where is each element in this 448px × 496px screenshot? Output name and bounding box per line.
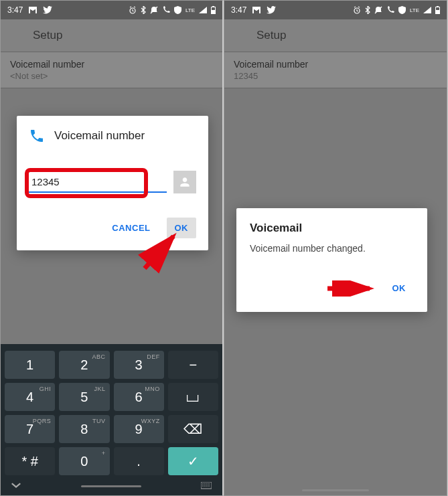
key-3[interactable]: 3DEF [114,351,164,379]
status-time: 3:47 [7,5,23,15]
svg-point-12 [204,485,206,487]
svg-rect-18 [437,6,439,7]
annotation-arrow-ok [324,280,378,297]
phone-screen-left: 3:47 LTE Setup Voicemail number <Not set… [0,0,224,496]
key-.[interactable]: . [114,447,164,475]
bluetooth-icon [141,6,146,14]
svg-point-7 [202,483,204,485]
key-5[interactable]: 5JKL [59,383,109,411]
keyboard-switch-icon[interactable] [201,482,212,490]
keyboard-handle [81,485,141,487]
key-−[interactable]: − [168,351,218,379]
setting-value: <Not set> [10,71,213,81]
voicemail-number-input[interactable] [29,172,167,193]
svg-rect-3 [212,6,214,7]
key-⌫[interactable]: ⌫ [168,415,218,443]
ok-button[interactable]: OK [167,218,197,238]
alarm-icon [353,6,361,14]
ok-button[interactable]: OK [384,278,415,299]
twitter-icon [267,6,276,14]
svg-rect-19 [436,7,439,10]
bluetooth-icon [365,6,370,14]
person-icon [178,175,192,189]
gmail-icon [28,7,38,13]
status-bar: 3:47 LTE [224,1,447,19]
dnd-icon [374,6,382,14]
svg-point-9 [206,483,208,485]
key-2[interactable]: 2ABC [59,351,109,379]
alarm-icon [129,6,137,14]
wifi-calling-icon [162,6,170,14]
battery-icon [211,6,216,14]
svg-rect-4 [212,7,215,10]
svg-point-13 [206,485,208,487]
dialog-title: Voicemail number [54,129,145,143]
phone-icon [29,128,45,144]
svg-point-10 [208,483,210,485]
svg-point-8 [204,483,206,485]
key-✓[interactable]: ✓ [168,447,218,475]
setting-value: 12345 [234,71,437,81]
svg-point-11 [202,485,204,487]
signal-icon [199,7,207,13]
svg-rect-6 [201,482,212,489]
key-4[interactable]: 4GHI [5,383,55,411]
lte-label: LTE [410,7,419,13]
battery-icon [435,6,440,14]
twitter-icon [43,6,52,14]
page-title: Setup [33,29,62,42]
phone-screen-right: 3:47 LTE Setup Voicemail number 12345 Vo… [224,0,447,496]
signal-icon [423,7,431,13]
cancel-button[interactable]: CANCEL [104,218,158,238]
wifi-calling-icon [386,6,394,14]
key-⌴[interactable]: ⌴ [168,383,218,411]
key-0[interactable]: 0+ [59,447,109,475]
key-7[interactable]: 7PQRS [5,415,55,443]
shield-icon [398,6,406,14]
numeric-keyboard: 12ABC3DEF−4GHI5JKL6MNO⌴7PQRS8TUV9WXYZ⌫* … [1,344,222,495]
svg-point-14 [208,485,210,487]
voicemail-number-setting[interactable]: Voicemail number 12345 [224,52,447,88]
app-header: Setup [224,19,447,52]
app-header: Setup [1,19,222,52]
status-bar: 3:47 LTE [1,1,222,19]
pick-contact-button[interactable] [173,171,196,193]
shield-icon [174,6,181,14]
key-6[interactable]: 6MNO [114,383,164,411]
page-title: Setup [256,29,286,42]
key-8[interactable]: 8TUV [59,415,109,443]
voicemail-number-dialog: Voicemail number CANCEL OK [17,116,208,250]
key-* #[interactable]: * # [5,447,55,475]
nav-handle [302,489,369,491]
gmail-icon [252,7,261,13]
setting-title: Voicemail number [10,59,213,70]
keyboard-collapse-icon[interactable] [11,483,21,489]
status-time: 3:47 [231,5,246,15]
key-1[interactable]: 1 [5,351,55,379]
lte-label: LTE [185,7,195,13]
key-9[interactable]: 9WXYZ [114,415,164,443]
dnd-icon [150,6,158,14]
dialog-message: Voicemail number changed. [250,243,414,254]
voicemail-number-setting[interactable]: Voicemail number <Not set> [1,52,222,88]
voicemail-changed-dialog: Voicemail Voicemail number changed. OK [236,208,427,312]
setting-title: Voicemail number [234,59,437,70]
dialog-title: Voicemail [250,222,414,235]
